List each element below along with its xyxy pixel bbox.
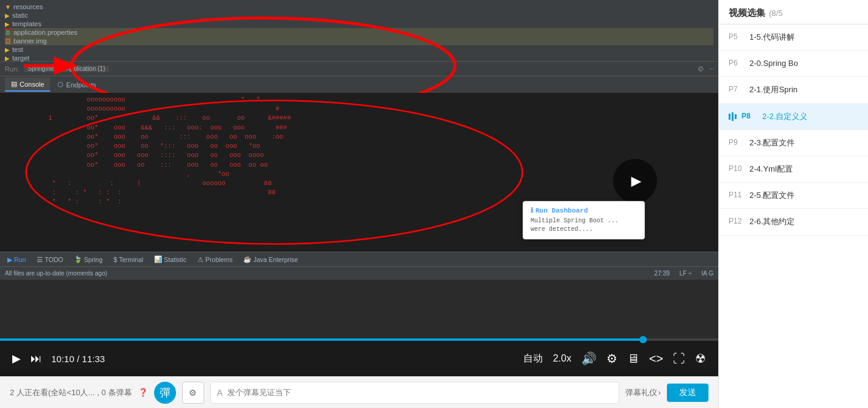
list-item-p6[interactable]: P6 2-0.Spring Bo [719, 51, 868, 77]
play-button[interactable]: ▶ [12, 352, 21, 365]
folder-icon: ▼ [5, 4, 11, 10]
current-time: 10:10 [51, 354, 75, 364]
settings-icon[interactable]: ⚙ [606, 351, 617, 366]
status-text: All files are up-to-date (moments ago) [5, 270, 107, 277]
folder-icon: ▶ [5, 46, 10, 53]
list-item-p10[interactable]: P10 2-4.Yml配置 [719, 156, 868, 183]
file-name: static [12, 12, 28, 19]
console-line: 1 oo* && ::: oo oo &##### [10, 114, 708, 123]
playing-indicator [729, 111, 737, 121]
status-right: IA G [702, 270, 713, 277]
file-item-resources[interactable]: ▼ resources [5, 2, 713, 11]
run-app-name[interactable]: SpringInitializrApplication (1) [24, 65, 109, 72]
list-item-p7[interactable]: P7 2-1.使用Sprin [719, 77, 868, 103]
bottom-tab-statistic[interactable]: 📊 Statistic [149, 254, 191, 264]
tab-console[interactable]: ▤ Console [5, 78, 50, 92]
progress-dot [639, 336, 647, 343]
red-arrow-icon: ← [3, 21, 15, 35]
endpoints-tab-icon: ⬡ [57, 81, 64, 89]
status-time: 27:39 [655, 270, 670, 277]
list-item-p12[interactable]: P12 2-6.其他约定 [719, 209, 868, 235]
file-item-static[interactable]: ▶ static [5, 11, 713, 20]
progress-fill [0, 338, 647, 341]
ide-screen: ← ▼ resources ▶ static ▶ templates 🗎 app… [0, 0, 718, 338]
folder-icon: ▶ [5, 12, 10, 19]
item-title: 2-6.其他约定 [749, 216, 795, 227]
bottom-tab-todo[interactable]: ☰ TODO [32, 255, 68, 264]
item-title: 2-1.使用Sprin [749, 84, 798, 95]
list-item-p9[interactable]: P9 2-3.配置文件 [719, 130, 868, 156]
file-item-target[interactable]: ▶ target [5, 54, 713, 62]
panel-count: (8/5 [769, 9, 782, 18]
settings-icon[interactable]: ⚙ [697, 65, 704, 73]
panel-header: 视频选集 (8/5 [719, 0, 868, 24]
item-num: P9 [729, 137, 746, 147]
run-tab-icon: ▶ [7, 256, 12, 263]
danmaku-input-area: A [210, 382, 619, 404]
bottom-tab-java-enterprise[interactable]: ☕ Java Enterprise [238, 254, 303, 264]
danmaku-bar: 2 人正在看(全站<10人... , 0 条弹幕 ❓ 彈 ⚙ A 弹幕礼仪 › … [0, 376, 718, 408]
status-bar: All files are up-to-date (moments ago) 2… [0, 266, 718, 280]
text-icon: A [217, 388, 223, 398]
list-item-p8[interactable]: P8 2-2.自定义义 [719, 104, 868, 130]
playing-bar-1 [729, 114, 730, 120]
spring-tab-label: Spring [84, 256, 102, 263]
console-line: oo* ooo oo ::: ooo oo ooo :oo [10, 133, 708, 142]
extra-icon[interactable]: ☢ [695, 351, 706, 366]
tab-endpoints[interactable]: ⬡ Endpoints [51, 78, 102, 91]
code-icon[interactable]: <> [649, 352, 663, 366]
file-name: application.properties [13, 29, 78, 36]
video-area: ← ▼ resources ▶ static ▶ templates 🗎 app… [0, 0, 718, 408]
send-button[interactable]: 发送 [667, 384, 708, 402]
minimize-icon[interactable]: − [709, 65, 713, 73]
play-overlay-button[interactable]: ▶ [613, 159, 657, 203]
item-num: P8 [741, 111, 759, 120]
bottom-tab-problems[interactable]: ⚠ Problems [193, 255, 237, 264]
file-name: target [12, 54, 29, 62]
help-button[interactable]: ❓ [138, 388, 148, 397]
endpoints-tab-label: Endpoints [66, 81, 96, 89]
run-label: Run: [5, 65, 19, 73]
speed-label[interactable]: 2.0x [553, 353, 571, 364]
run-dashboard-text: Multiple Spring Boot ... were detected..… [531, 217, 637, 234]
etiquette-chevron: › [658, 388, 661, 397]
video-list: P5 1-5.代码讲解 P6 2-0.Spring Bo P7 2-1.使用Sp… [719, 24, 868, 408]
item-title: 2-5.配置文件 [749, 190, 795, 201]
fullscreen-icon[interactable]: ⛶ [673, 352, 685, 366]
next-button[interactable]: ⏭ [31, 352, 42, 365]
item-num: P11 [729, 190, 746, 199]
file-item-templates[interactable]: ▶ templates [5, 20, 713, 28]
danmaku-input[interactable] [227, 388, 612, 397]
bottom-tab-run[interactable]: ▶ Run [2, 255, 31, 264]
run-dashboard-title-text: Run Dashboard [535, 207, 588, 214]
time-display: 10:10 / 11:33 [51, 354, 105, 364]
file-item-test[interactable]: ▶ test [5, 45, 713, 54]
console-line: , *oo [10, 170, 708, 179]
item-title: 2-4.Yml配置 [749, 164, 793, 175]
cast-icon[interactable]: 🖥 [627, 352, 639, 366]
item-title: 2-2.自定义义 [762, 111, 807, 122]
bottom-tab-terminal[interactable]: $ Terminal [109, 255, 149, 264]
run-dashboard-popup: ℹ Run Dashboard Multiple Spring Boot ...… [523, 201, 645, 239]
file-item-bannerimg[interactable]: 🖼 banner.img [5, 37, 713, 45]
file-name: test [12, 46, 23, 53]
console-line: oo* ooo oo *::: ooo oo ooo *oo [10, 142, 708, 151]
list-item-p5[interactable]: P5 1-5.代码讲解 [719, 24, 868, 51]
volume-icon[interactable]: 🔊 [581, 351, 597, 366]
item-title: 2-3.配置文件 [749, 137, 795, 148]
item-num: P7 [729, 84, 746, 93]
list-item-p11[interactable]: P11 2-5.配置文件 [719, 183, 868, 209]
progress-bar[interactable] [0, 338, 718, 341]
bottom-tab-spring[interactable]: 🍃 Spring [69, 254, 107, 264]
playing-bar-2 [732, 112, 734, 121]
etiquette-link[interactable]: 弹幕礼仪 › [625, 387, 661, 398]
danmaku-setting-button[interactable]: ⚙ [182, 382, 204, 404]
file-name: resources [13, 3, 43, 10]
console-line: * : : | oooooo 88 [10, 179, 708, 188]
emoji-button[interactable]: 彈 [154, 382, 176, 404]
auto-label[interactable]: 自动 [523, 352, 543, 365]
item-num: P12 [729, 216, 746, 225]
file-name: banner.img [13, 37, 46, 45]
file-item-appprops[interactable]: 🗎 application.properties [5, 28, 713, 37]
console-tab-label: Console [20, 81, 44, 88]
